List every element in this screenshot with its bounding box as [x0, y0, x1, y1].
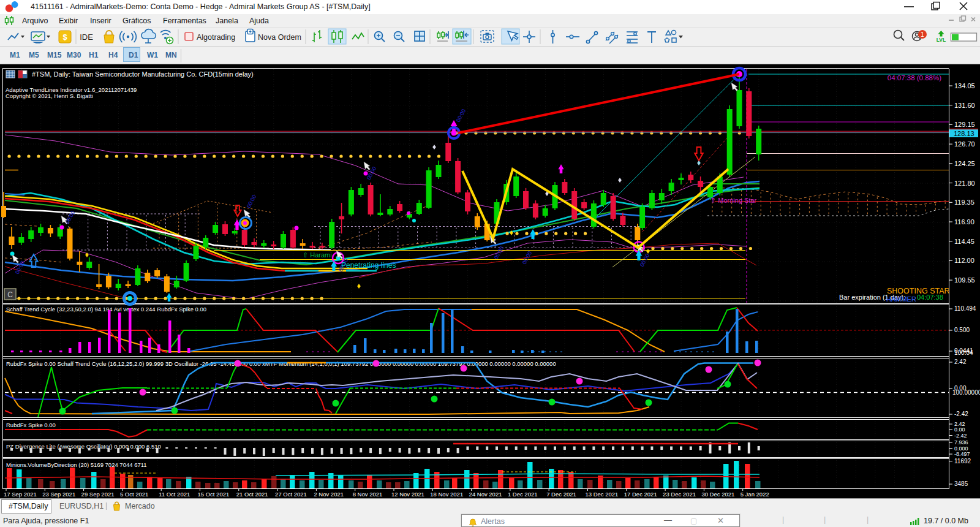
svg-text:1: 1 [921, 31, 924, 38]
svg-text:$: $ [62, 32, 67, 42]
svg-text:Nova Ordem: Nova Ordem [258, 33, 301, 42]
svg-text:IDE: IDE [80, 32, 93, 42]
svg-text:Algotrading: Algotrading [197, 33, 235, 42]
svg-text:LVL: LVL [937, 37, 946, 43]
